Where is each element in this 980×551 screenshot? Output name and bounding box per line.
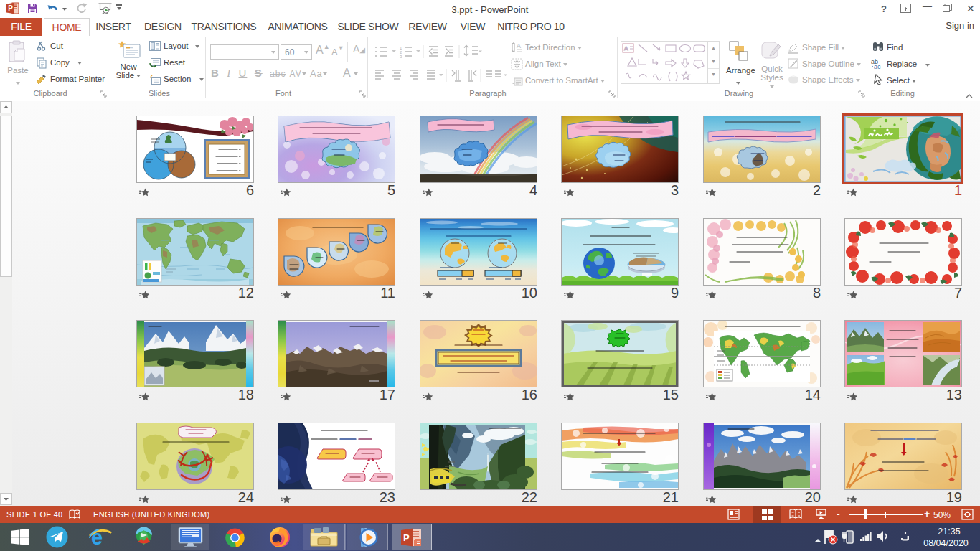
svg-text:A: A bbox=[624, 45, 628, 52]
svg-text:ac: ac bbox=[874, 63, 881, 70]
svg-text:P: P bbox=[403, 532, 410, 543]
svg-text:3: 3 bbox=[400, 55, 402, 59]
svg-text:A: A bbox=[517, 42, 521, 50]
